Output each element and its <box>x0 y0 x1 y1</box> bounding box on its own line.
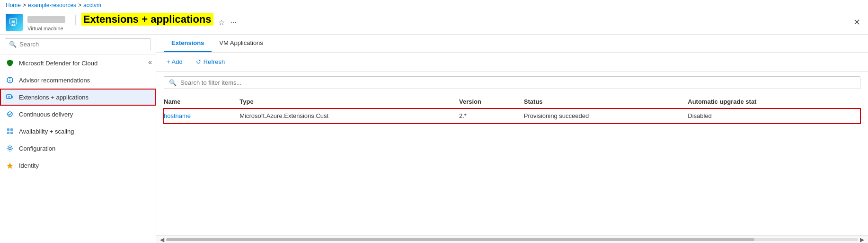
svg-rect-14 <box>10 128 13 131</box>
search-input[interactable] <box>19 41 147 48</box>
svg-point-6 <box>9 78 10 79</box>
sidebar-item-configuration-label: Configuration <box>19 145 55 152</box>
sidebar: 🔍 « Microsoft Defender for Cloud <box>0 35 156 243</box>
filter-search-box[interactable]: 🔍 <box>164 76 860 89</box>
favorite-icon[interactable]: ☆ <box>218 18 225 27</box>
scroll-left-arrow[interactable]: ◀ <box>158 236 166 243</box>
collapse-sidebar-button[interactable]: « <box>148 58 152 66</box>
svg-rect-1 <box>12 20 15 23</box>
row-status: Provisioning succeeded <box>524 108 688 124</box>
row-version: 2.* <box>459 108 524 124</box>
scrollbar-track[interactable] <box>166 238 858 241</box>
blurred-name <box>27 16 65 23</box>
tab-extensions[interactable]: Extensions <box>164 35 212 52</box>
sidebar-item-delivery-label: Continuous delivery <box>19 111 73 118</box>
extensions-icon <box>6 93 14 101</box>
availability-icon <box>6 127 14 135</box>
row-auto-upgrade: Disabled <box>688 108 860 124</box>
sidebar-item-extensions-label: Extensions + applications <box>19 94 89 101</box>
svg-point-17 <box>9 147 11 150</box>
table-header-row: Name Type Version Status Automatic upgra… <box>164 94 860 108</box>
breadcrumb: Home > example-resources > acctvm <box>0 0 868 10</box>
sidebar-item-identity[interactable]: Identity <box>0 157 156 174</box>
extensions-table-container: Name Type Version Status Automatic upgra… <box>156 94 868 235</box>
col-version: Version <box>459 94 524 108</box>
sidebar-item-advisor-label: Advisor recommendations <box>19 77 90 84</box>
horizontal-scrollbar[interactable]: ◀ ▶ <box>156 235 868 243</box>
more-options-icon[interactable]: ··· <box>230 18 237 27</box>
tab-vm-applications[interactable]: VM Applications <box>212 35 271 52</box>
row-type: Microsoft.Azure.Extensions.Cust <box>239 108 459 124</box>
vm-icon <box>6 14 23 31</box>
search-box[interactable]: 🔍 <box>5 38 151 50</box>
filter-bar: 🔍 <box>156 72 868 94</box>
delivery-icon <box>6 110 14 118</box>
header-title-block: | Extensions + applications Virtual mach… <box>27 13 213 31</box>
breadcrumb-sep2: > <box>78 2 81 9</box>
sidebar-item-advisor[interactable]: Advisor recommendations <box>0 72 156 89</box>
sidebar-item-extensions[interactable]: Extensions + applications <box>0 89 156 106</box>
header-separator: | <box>74 13 77 26</box>
sidebar-item-configuration[interactable]: Configuration <box>0 140 156 157</box>
refresh-label: Refresh <box>204 58 225 65</box>
svg-rect-13 <box>7 128 9 131</box>
advisor-icon <box>6 76 14 84</box>
page-header: | Extensions + applications Virtual mach… <box>0 10 868 35</box>
scroll-right-arrow[interactable]: ▶ <box>858 236 866 243</box>
col-name: Name <box>164 94 239 108</box>
col-auto-upgrade: Automatic upgrade stat <box>688 94 860 108</box>
filter-input[interactable] <box>180 79 855 86</box>
sidebar-item-delivery[interactable]: Continuous delivery <box>0 106 156 123</box>
col-status: Status <box>524 94 688 108</box>
identity-icon <box>6 161 14 170</box>
sidebar-item-identity-label: Identity <box>19 162 39 169</box>
row-name[interactable]: hostname <box>164 108 239 124</box>
col-type: Type <box>239 94 459 108</box>
toolbar: + Add ↺ Refresh <box>156 53 868 72</box>
refresh-button[interactable]: ↺ Refresh <box>193 56 228 67</box>
sidebar-item-availability[interactable]: Availability + scaling <box>0 123 156 140</box>
sidebar-item-defender-label: Microsoft Defender for Cloud <box>19 60 97 67</box>
svg-rect-9 <box>8 96 10 98</box>
header-actions: ☆ ··· <box>218 18 237 27</box>
search-icon: 🔍 <box>9 41 17 48</box>
add-button[interactable]: + Add <box>164 56 186 67</box>
svg-rect-16 <box>10 132 13 134</box>
breadcrumb-home[interactable]: Home <box>6 2 21 9</box>
close-button[interactable]: ✕ <box>853 17 860 27</box>
breadcrumb-sep1: > <box>23 2 26 9</box>
sidebar-search-container: 🔍 <box>0 35 156 54</box>
extensions-table: Name Type Version Status Automatic upgra… <box>164 94 860 124</box>
sidebar-nav: « Microsoft Defender for Cloud <box>0 54 156 243</box>
sidebar-item-defender[interactable]: Microsoft Defender for Cloud <box>0 54 156 72</box>
hostname-link[interactable]: hostname <box>164 112 191 119</box>
filter-search-icon: 🔍 <box>169 79 177 86</box>
table-row[interactable]: hostname Microsoft.Azure.Extensions.Cust… <box>164 108 860 124</box>
scrollbar-thumb[interactable] <box>166 238 754 241</box>
config-icon <box>6 144 14 153</box>
svg-rect-15 <box>7 132 9 134</box>
page-title: Extensions + applications <box>81 13 213 26</box>
breadcrumb-vm[interactable]: acctvm <box>83 2 101 9</box>
sidebar-item-availability-label: Availability + scaling <box>19 128 74 135</box>
breadcrumb-resources[interactable]: example-resources <box>28 2 76 9</box>
shield-icon <box>6 59 14 67</box>
tabs-bar: Extensions VM Applications <box>156 35 868 53</box>
vm-label: Virtual machine <box>27 26 213 31</box>
main-content: Extensions VM Applications + Add ↺ Refre… <box>156 35 868 243</box>
refresh-icon: ↺ <box>196 58 201 65</box>
